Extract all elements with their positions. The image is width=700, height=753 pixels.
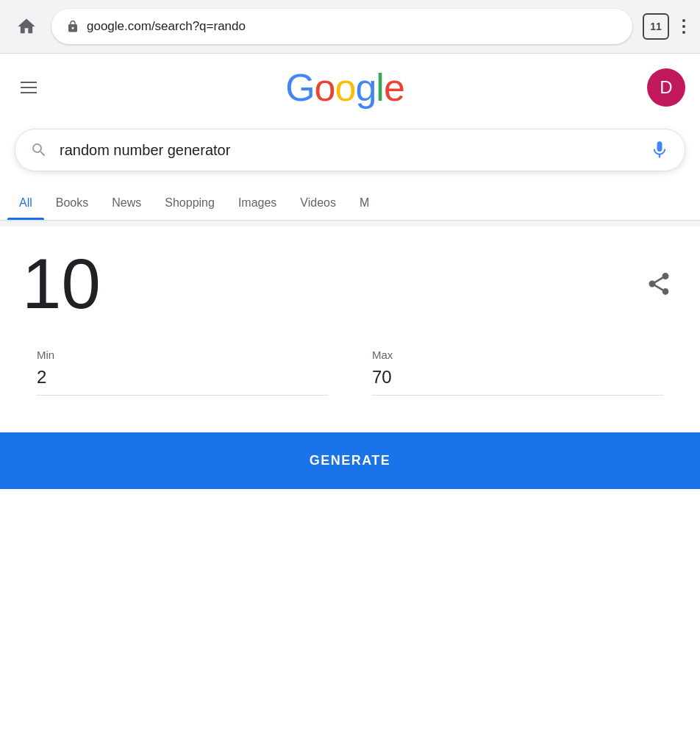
rng-min-label: Min [37, 349, 328, 361]
google-header: G o o g l e D [0, 54, 700, 121]
tabs-divider [0, 221, 700, 226]
tab-videos[interactable]: Videos [288, 186, 348, 220]
rng-result-row: 10 [22, 249, 678, 319]
search-icon [30, 141, 48, 159]
browser-bar: google.com/search?q=rando 11 [0, 0, 700, 53]
tabs-count-badge[interactable]: 11 [643, 13, 669, 40]
generate-button[interactable]: GENERATE [0, 432, 700, 489]
rng-max-label: Max [372, 349, 663, 361]
home-button[interactable] [12, 12, 41, 41]
tab-images[interactable]: Images [226, 186, 288, 220]
microphone-icon[interactable] [649, 140, 670, 160]
rng-max-input[interactable]: 70 [372, 367, 663, 396]
logo-g: g [355, 65, 376, 110]
user-avatar[interactable]: D [647, 68, 685, 107]
tab-all[interactable]: All [7, 186, 44, 220]
share-button[interactable] [640, 265, 678, 303]
search-container: random number generator [0, 121, 700, 186]
lock-icon [66, 20, 79, 33]
overflow-menu-button[interactable] [679, 13, 688, 40]
rng-min-group: Min 2 [37, 349, 328, 396]
logo-G: G [285, 65, 314, 110]
rng-result-number: 10 [22, 249, 101, 319]
search-query-text: random number generator [60, 142, 649, 159]
tab-shopping[interactable]: Shopping [153, 186, 226, 220]
logo-o1: o [315, 65, 335, 110]
address-bar[interactable]: google.com/search?q=rando [51, 9, 632, 44]
url-text: google.com/search?q=rando [87, 19, 618, 34]
search-box[interactable]: random number generator [15, 129, 685, 171]
logo-e: e [384, 65, 404, 110]
google-logo: G o o g l e [285, 65, 404, 110]
hamburger-menu-button[interactable] [15, 76, 43, 99]
tab-books[interactable]: Books [44, 186, 100, 220]
logo-l: l [376, 65, 384, 110]
rng-max-group: Max 70 [372, 349, 663, 396]
rng-min-input[interactable]: 2 [37, 367, 328, 396]
logo-o2: o [335, 65, 356, 110]
rng-inputs-row: Min 2 Max 70 [22, 349, 678, 396]
tab-more[interactable]: M [348, 186, 381, 220]
rng-widget: 10 Min 2 Max 70 [0, 226, 700, 396]
search-tabs: All Books News Shopping Images Videos M [0, 186, 700, 221]
google-page: G o o g l e D random number generator [0, 54, 700, 753]
tab-news[interactable]: News [100, 186, 153, 220]
